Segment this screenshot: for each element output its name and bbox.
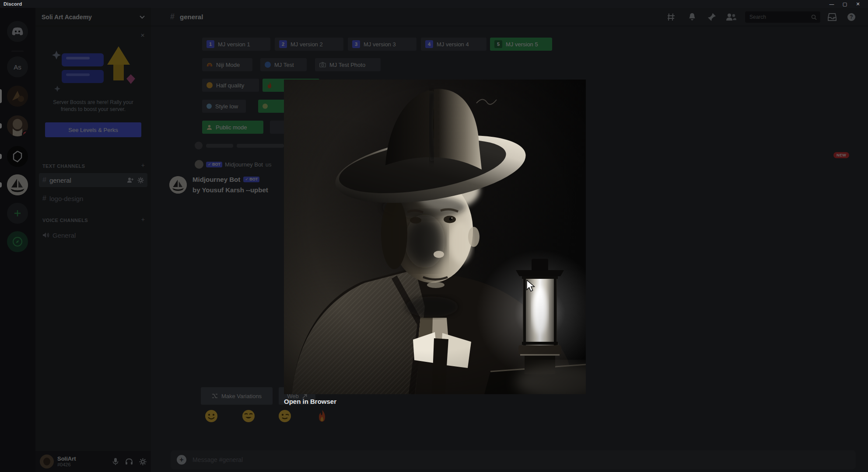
lightbox-image[interactable]	[284, 80, 586, 394]
app-title: Discord	[4, 1, 22, 7]
discord-window: Discord — ▢ ✕ As	[0, 0, 868, 472]
close-button[interactable]: ✕	[851, 0, 864, 8]
open-in-browser-link[interactable]: Open in Browser	[284, 398, 336, 405]
titlebar: Discord — ▢ ✕	[0, 0, 868, 8]
maximize-button[interactable]: ▢	[838, 0, 851, 8]
app-body: As 2	[0, 8, 868, 472]
portrait-photo	[284, 80, 586, 394]
mouse-cursor	[526, 280, 538, 292]
minimize-button[interactable]: —	[825, 0, 838, 8]
